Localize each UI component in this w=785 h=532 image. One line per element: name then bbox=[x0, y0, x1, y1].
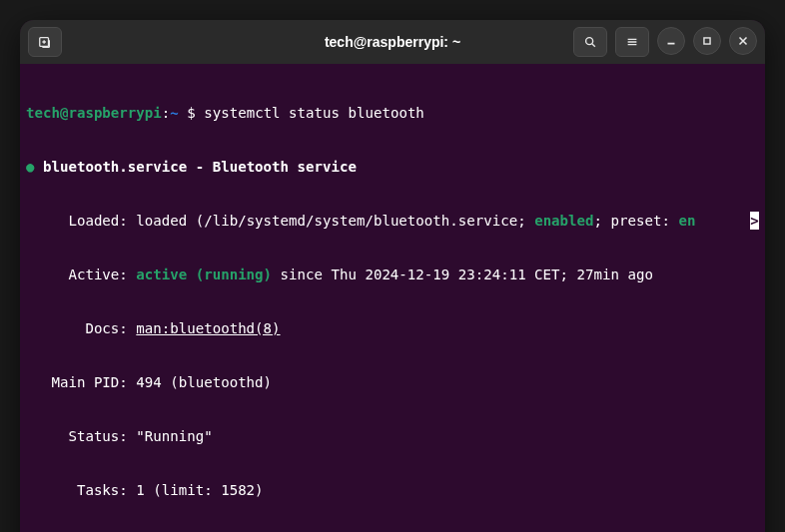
loaded-line: Loaded: loaded (/lib/systemd/system/blue… bbox=[26, 212, 759, 230]
svg-point-1 bbox=[586, 38, 593, 45]
terminal-content[interactable]: tech@raspberrypi:~ $ systemctl status bl… bbox=[20, 64, 765, 532]
service-heading: ● bluetooth.service - Bluetooth service bbox=[26, 158, 759, 176]
active-line: Active: active (running) since Thu 2024-… bbox=[26, 266, 759, 283]
new-tab-button[interactable] bbox=[28, 27, 62, 57]
terminal-window: tech@raspberrypi: ~ tech bbox=[20, 20, 765, 532]
prompt-line: tech@raspberrypi:~ $ systemctl status bl… bbox=[26, 104, 759, 122]
docs-line: Docs: man:bluetoothd(8) bbox=[26, 319, 759, 337]
command-text: systemctl status bluetooth bbox=[204, 105, 424, 121]
close-button[interactable] bbox=[729, 27, 757, 55]
overflow-indicator: > bbox=[750, 212, 759, 230]
prompt-path: ~ bbox=[170, 105, 179, 121]
mainpid-line: Main PID: 494 (bluetoothd) bbox=[26, 373, 759, 391]
prompt-user-host: tech@raspberrypi bbox=[26, 105, 162, 121]
menu-button[interactable] bbox=[615, 27, 649, 57]
maximize-button[interactable] bbox=[693, 27, 721, 55]
svg-rect-2 bbox=[704, 38, 710, 44]
titlebar: tech@raspberrypi: ~ bbox=[20, 20, 765, 64]
search-button[interactable] bbox=[573, 27, 607, 57]
minimize-button[interactable] bbox=[657, 27, 685, 55]
status-text-line: Status: "Running" bbox=[26, 427, 759, 445]
tasks-line: Tasks: 1 (limit: 1582) bbox=[26, 481, 759, 499]
status-dot-icon: ● bbox=[26, 159, 35, 175]
